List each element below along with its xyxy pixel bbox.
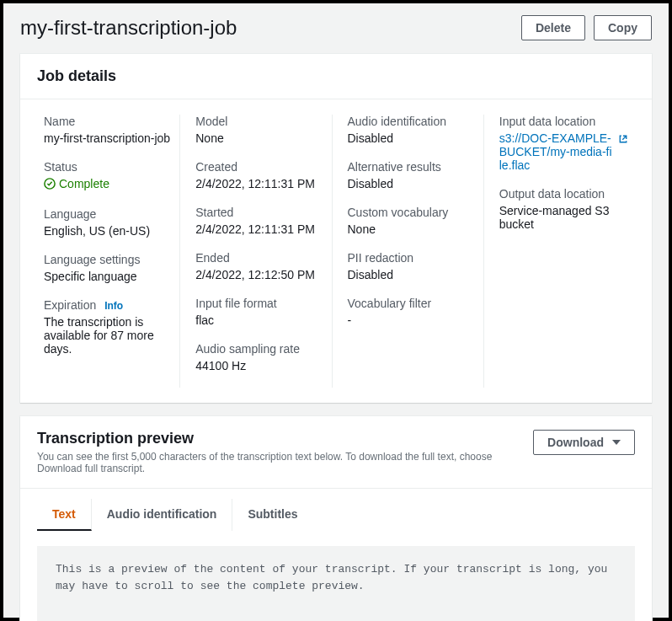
vocab-value: None — [348, 222, 477, 236]
started-value: 2/4/2022, 12:11:31 PM — [195, 222, 324, 236]
name-label: Name — [44, 115, 173, 128]
audio-id-label: Audio identification — [348, 115, 477, 128]
started-label: Started — [195, 206, 324, 219]
expiration-info-link[interactable]: Info — [104, 300, 123, 312]
expiration-value: The transcription is available for 87 mo… — [44, 315, 173, 356]
tab-subtitles[interactable]: Subtitles — [232, 499, 312, 531]
ended-label: Ended — [195, 251, 324, 265]
transcription-preview-panel: Transcription preview You can see the fi… — [20, 416, 652, 621]
alt-value: Disabled — [348, 177, 477, 190]
check-circle-icon — [44, 178, 56, 190]
status-value: Complete — [44, 177, 109, 190]
page-title: my-first-transcription-job — [20, 16, 237, 40]
input-loc-link[interactable]: s3://DOC-EXAMPLE-BUCKET/my-media-file.fl… — [499, 131, 628, 172]
model-value: None — [195, 131, 324, 145]
transcript-preview-content: This is a preview of the content of your… — [37, 546, 635, 621]
input-loc-label: Input data location — [499, 115, 628, 128]
created-value: 2/4/2022, 12:11:31 PM — [195, 177, 324, 190]
pii-value: Disabled — [348, 268, 477, 281]
job-details-panel: Job details Name my-first-transcription-… — [20, 54, 652, 403]
job-details-title: Job details — [37, 67, 116, 85]
lang-settings-label: Language settings — [44, 253, 173, 266]
input-loc-text: s3://DOC-EXAMPLE-BUCKET/my-media-file.fl… — [499, 131, 613, 172]
language-label: Language — [44, 207, 173, 221]
sampling-value: 44100 Hz — [195, 359, 324, 372]
format-label: Input file format — [195, 297, 324, 310]
expiration-label: Expiration Info — [44, 298, 173, 312]
language-value: English, US (en-US) — [44, 224, 173, 238]
status-text: Complete — [59, 177, 109, 190]
preview-subtitle: You can see the first 5,000 characters o… — [37, 451, 533, 474]
alt-label: Alternative results — [348, 160, 477, 174]
tab-text[interactable]: Text — [37, 499, 92, 531]
audio-id-value: Disabled — [348, 131, 477, 145]
caret-down-icon — [612, 440, 621, 445]
copy-button[interactable]: Copy — [594, 15, 652, 40]
pii-label: PII redaction — [348, 251, 477, 265]
vfilter-label: Vocabulary filter — [348, 297, 477, 310]
output-loc-label: Output data location — [499, 187, 628, 201]
name-value: my-first-transcription-job — [44, 131, 173, 145]
tab-audio-identification[interactable]: Audio identification — [92, 499, 233, 531]
preview-title: Transcription preview — [37, 430, 533, 447]
format-value: flac — [195, 313, 324, 327]
sampling-label: Audio sampling rate — [195, 342, 324, 356]
vfilter-value: - — [348, 313, 477, 327]
output-loc-value: Service-managed S3 bucket — [499, 204, 628, 231]
lang-settings-value: Specific language — [44, 270, 173, 283]
created-label: Created — [195, 160, 324, 174]
vocab-label: Custom vocabulary — [348, 206, 477, 219]
status-label: Status — [44, 160, 173, 174]
download-button[interactable]: Download — [533, 430, 635, 455]
external-link-icon — [618, 134, 628, 144]
ended-value: 2/4/2022, 12:12:50 PM — [195, 268, 324, 281]
model-label: Model — [195, 115, 324, 128]
delete-button[interactable]: Delete — [521, 15, 585, 40]
